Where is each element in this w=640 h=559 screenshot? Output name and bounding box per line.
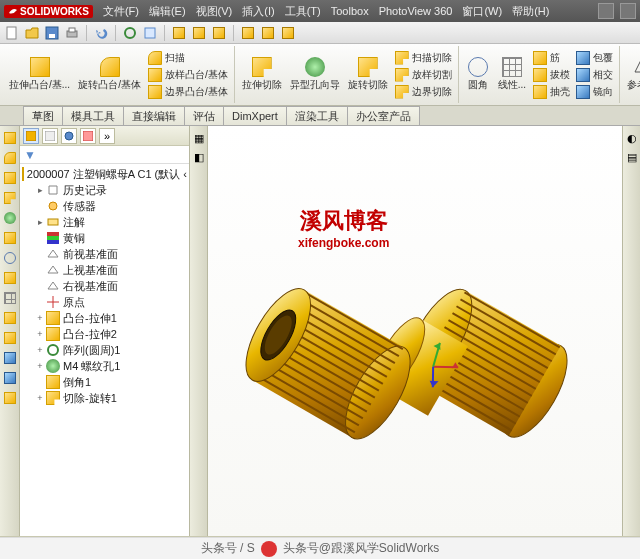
svg-rect-7: [26, 131, 36, 141]
tree-tab-display-icon[interactable]: [80, 128, 96, 144]
btn-extrude-boss[interactable]: 拉伸凸台/基...: [6, 56, 73, 93]
menu-file[interactable]: 文件(F): [103, 4, 139, 19]
btn-revolve-boss[interactable]: 旋转凸台/基体: [75, 56, 144, 93]
tree-feature-1[interactable]: +凸台-拉伸1: [20, 310, 189, 326]
btn-cut-extrude[interactable]: 拉伸切除: [239, 56, 285, 93]
lt-icon-11[interactable]: [2, 330, 18, 346]
btn-shell[interactable]: 抽壳: [531, 83, 572, 100]
svg-rect-10: [83, 131, 93, 141]
btn-boundary-boss[interactable]: 边界凸台/基体: [146, 83, 230, 100]
ribbon-group-features: 圆角 线性... 筋 拔模 抽壳 包覆 相交 镜向: [459, 46, 620, 103]
btn-fillet[interactable]: 圆角: [463, 56, 493, 93]
app-name: SOLIDWORKS: [20, 6, 89, 17]
tree-feature-3[interactable]: +阵列(圆周)1: [20, 342, 189, 358]
tree-tab-feature-icon[interactable]: [23, 128, 39, 144]
menu-insert[interactable]: 插入(I): [242, 4, 274, 19]
tree-feature-6[interactable]: +切除-旋转1: [20, 390, 189, 406]
btn-cut-sweep[interactable]: 扫描切除: [393, 49, 454, 66]
tab-office[interactable]: 办公室产品: [347, 106, 420, 125]
tree-feature-5[interactable]: 倒角1: [20, 374, 189, 390]
qa-print-icon[interactable]: [64, 25, 80, 41]
vt-icon-2[interactable]: ◧: [194, 151, 204, 164]
tree-tab-config-icon[interactable]: [61, 128, 77, 144]
menu-tools[interactable]: 工具(T): [285, 4, 321, 19]
tab-mold[interactable]: 模具工具: [62, 106, 124, 125]
btn-cut-revolve[interactable]: 旋转切除: [345, 56, 391, 93]
menu-toolbox[interactable]: Toolbox: [331, 5, 369, 17]
menu-edit[interactable]: 编辑(E): [149, 4, 186, 19]
lt-icon-10[interactable]: [2, 310, 18, 326]
lt-icon-5[interactable]: [2, 210, 18, 226]
qa-cube1-icon[interactable]: [171, 25, 187, 41]
tree-root[interactable]: 2000007 注塑铜螺母A C1 (默认 ‹: [20, 166, 189, 182]
3d-viewport[interactable]: 溪风博客 xifengboke.com: [208, 126, 622, 536]
qa-options-icon[interactable]: [142, 25, 158, 41]
btn-wrap[interactable]: 包覆: [574, 49, 615, 66]
tree-plane-front[interactable]: 前视基准面: [20, 246, 189, 262]
tab-direct[interactable]: 直接编辑: [123, 106, 185, 125]
qa-cube4-icon[interactable]: [240, 25, 256, 41]
lt-icon-12[interactable]: [2, 350, 18, 366]
btn-ref-geometry[interactable]: 参考...: [624, 56, 640, 93]
ribbon-group-cut: 拉伸切除 异型孔向导 旋转切除 扫描切除 放样切割 边界切除: [235, 46, 459, 103]
lt-icon-8[interactable]: [2, 270, 18, 286]
menu-photoview[interactable]: PhotoView 360: [379, 5, 453, 17]
tree-material[interactable]: 黄铜: [20, 230, 189, 246]
lt-icon-13[interactable]: [2, 370, 18, 386]
lt-icon-3[interactable]: [2, 170, 18, 186]
tree-sensors[interactable]: 传感器: [20, 198, 189, 214]
feature-tree[interactable]: 2000007 注塑铜螺母A C1 (默认 ‹ ▸历史记录 传感器 ▸注解 黄铜…: [20, 164, 189, 536]
tab-dimxpert[interactable]: DimXpert: [223, 106, 287, 125]
lt-icon-7[interactable]: [2, 250, 18, 266]
menu-window[interactable]: 窗口(W): [462, 4, 502, 19]
qa-undo-icon[interactable]: [93, 25, 109, 41]
btn-rib[interactable]: 筋: [531, 49, 572, 66]
tab-sketch[interactable]: 草图: [23, 106, 63, 125]
menu-bar: SOLIDWORKS 文件(F) 编辑(E) 视图(V) 插入(I) 工具(T)…: [0, 0, 640, 22]
header-icon-1[interactable]: [598, 3, 614, 19]
btn-cut-loft[interactable]: 放样切割: [393, 66, 454, 83]
tree-annotations[interactable]: ▸注解: [20, 214, 189, 230]
menu-view[interactable]: 视图(V): [196, 4, 233, 19]
filter-icon[interactable]: ▼: [24, 148, 38, 162]
menu-help[interactable]: 帮助(H): [512, 4, 549, 19]
btn-mirror[interactable]: 镜向: [574, 83, 615, 100]
tree-feature-4[interactable]: +M4 螺纹孔1: [20, 358, 189, 374]
vr-icon-1[interactable]: ◐: [627, 132, 637, 145]
lt-icon-14[interactable]: [2, 390, 18, 406]
btn-intersect[interactable]: 相交: [574, 66, 615, 83]
tree-tab-more-icon[interactable]: »: [99, 128, 115, 144]
btn-draft[interactable]: 拔模: [531, 66, 572, 83]
qa-new-icon[interactable]: [4, 25, 20, 41]
tree-tab-bar: »: [20, 126, 189, 146]
lt-icon-2[interactable]: [2, 150, 18, 166]
lt-icon-1[interactable]: [2, 130, 18, 146]
lt-icon-6[interactable]: [2, 230, 18, 246]
qa-save-icon[interactable]: [44, 25, 60, 41]
tree-plane-top[interactable]: 上视基准面: [20, 262, 189, 278]
tree-tab-property-icon[interactable]: [42, 128, 58, 144]
tree-origin[interactable]: 原点: [20, 294, 189, 310]
lt-icon-4[interactable]: [2, 190, 18, 206]
tree-plane-right[interactable]: 右视基准面: [20, 278, 189, 294]
lt-icon-9[interactable]: [2, 290, 18, 306]
tab-render[interactable]: 渲染工具: [286, 106, 348, 125]
qa-rebuild-icon[interactable]: [122, 25, 138, 41]
btn-linear-pattern[interactable]: 线性...: [495, 56, 529, 93]
btn-loft-boss[interactable]: 放样凸台/基体: [146, 66, 230, 83]
qa-cube2-icon[interactable]: [191, 25, 207, 41]
btn-cut-boundary[interactable]: 边界切除: [393, 83, 454, 100]
qa-cube6-icon[interactable]: [280, 25, 296, 41]
vr-icon-2[interactable]: ▤: [627, 151, 637, 164]
tab-evaluate[interactable]: 评估: [184, 106, 224, 125]
qa-open-icon[interactable]: [24, 25, 40, 41]
btn-sweep-boss[interactable]: 扫描: [146, 49, 230, 66]
vt-icon-1[interactable]: ▦: [194, 132, 204, 145]
qa-cube5-icon[interactable]: [260, 25, 276, 41]
qa-cube3-icon[interactable]: [211, 25, 227, 41]
tree-feature-2[interactable]: +凸台-拉伸2: [20, 326, 189, 342]
header-icon-2[interactable]: [620, 3, 636, 19]
tree-history[interactable]: ▸历史记录: [20, 182, 189, 198]
workspace: » ▼ 2000007 注塑铜螺母A C1 (默认 ‹ ▸历史记录 传感器 ▸注…: [0, 126, 640, 536]
btn-hole-wizard[interactable]: 异型孔向导: [287, 56, 343, 93]
